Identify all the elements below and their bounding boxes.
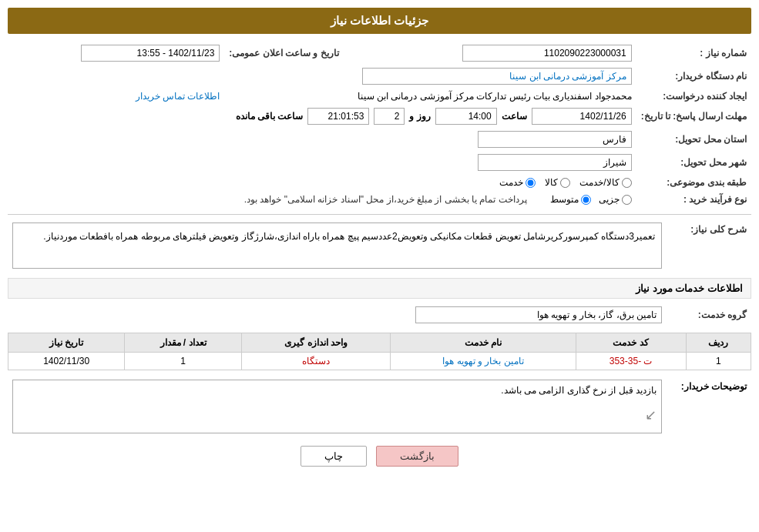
contact-link[interactable]: اطلاعات تماس خریدار	[136, 91, 220, 102]
remaining-value: 21:01:53	[307, 108, 369, 125]
description-label: شرح کلی نیاز:	[667, 219, 751, 272]
buyer-notes-table: توضیحات خریدار: بازدید قبل از نرخ گذاری …	[8, 376, 751, 437]
radio-goods-service[interactable]: کالا/خدمت	[579, 177, 631, 188]
process-note: پرداخت تمام یا بخشی از مبلغ خرید،از محل …	[244, 194, 527, 205]
cell-code: ت -35-353	[576, 353, 686, 370]
cell-qty: 1	[125, 353, 241, 370]
col-header: تعداد / مقدار	[125, 333, 241, 353]
announce-value: 1402/11/23 - 13:55	[8, 42, 224, 65]
radio-service-label: خدمت	[499, 177, 523, 188]
service-group-value: تامین برق، گاز، بخار و تهویه هوا	[415, 306, 662, 323]
radio-goods-service-label: کالا/خدمت	[579, 177, 619, 188]
process-partial[interactable]: جزیی	[599, 194, 632, 205]
creator-value: محمدجواد اسفندیاری بیات رئیس تدارکات مرک…	[358, 91, 632, 102]
print-button[interactable]: چاپ	[301, 446, 367, 467]
process-medium-label: متوسط	[550, 194, 579, 205]
announce-input: 1402/11/23 - 13:55	[81, 45, 220, 62]
col-header: نام خدمت	[391, 333, 576, 353]
time-value: 14:00	[435, 108, 497, 125]
radio-service[interactable]: خدمت	[499, 177, 536, 188]
col-header: تاریخ نیاز	[8, 333, 125, 353]
need-number-label: شماره نیاز :	[636, 42, 751, 65]
process-label: نوع فرآیند خرید :	[636, 191, 751, 208]
buyer-notes-label: توضیحات خریدار:	[667, 376, 751, 437]
need-number-input: 1102090223000031	[462, 45, 632, 62]
buyer-name-label: نام دستگاه خریدار:	[636, 65, 751, 88]
date-value: 1402/11/26	[532, 108, 632, 125]
info-table: شماره نیاز : 1102090223000031 تاریخ و سا…	[8, 42, 751, 208]
category-label: طبقه بندی موضوعی:	[636, 174, 751, 191]
need-number-value: 1102090223000031	[374, 42, 636, 65]
buttons-row: بازگشت چاپ	[8, 446, 751, 467]
remaining-label: ساعت باقی مانده	[236, 111, 304, 122]
time-label: ساعت	[502, 111, 527, 122]
radio-goods[interactable]: کالا	[545, 177, 570, 188]
radio-goods-label: کالا	[545, 177, 558, 188]
city-label: شهر محل تحویل:	[636, 151, 751, 174]
col-header: ردیف	[686, 333, 751, 353]
cell-date: 1402/11/30	[8, 353, 125, 370]
day-value: 2	[374, 108, 405, 125]
page-title: جزئیات اطلاعات نیاز	[8, 8, 751, 34]
description-table: شرح کلی نیاز: تعمیر3دستگاه کمپرسورکریرشا…	[8, 219, 751, 272]
buyer-name-value: مرکز آموزشی درمانی ابن سینا	[362, 68, 632, 85]
cell-unit: دستگاه	[241, 353, 391, 370]
service-group-table: گروه خدمت: تامین برق، گاز، بخار و تهویه …	[8, 303, 751, 326]
announce-label: تاریخ و ساعت اعلان عمومی:	[224, 42, 343, 65]
buyer-notes-value: بازدید قبل از نرخ گذاری الزامی می باشد. …	[12, 380, 662, 433]
process-partial-label: جزیی	[599, 194, 620, 205]
back-button[interactable]: بازگشت	[376, 446, 458, 467]
col-header: کد خدمت	[576, 333, 686, 353]
day-label: روز و	[409, 111, 430, 122]
cell-name: تامین بخار و تهویه هوا	[391, 353, 576, 370]
cell-row: 1	[686, 353, 751, 370]
description-value: تعمیر3دستگاه کمپرسورکریرشامل تعویض قطعات…	[12, 223, 662, 269]
creator-label: ایجاد کننده درخواست:	[636, 88, 751, 105]
city-value: شیراز	[478, 154, 632, 171]
col-header: واحد اندازه گیری	[241, 333, 391, 353]
deadline-label: مهلت ارسال پاسخ: تا تاریخ:	[636, 105, 751, 128]
service-table: ردیفکد خدمتنام خدمتواحد اندازه گیریتعداد…	[8, 333, 751, 370]
process-medium[interactable]: متوسط	[550, 194, 591, 205]
province-label: استان محل تحویل:	[636, 128, 751, 151]
province-value: فارس	[478, 131, 632, 148]
buyer-notes-text: بازدید قبل از نرخ گذاری الزامی می باشد.	[18, 385, 657, 396]
service-info-title: اطلاعات خدمات مورد نیاز	[8, 278, 751, 299]
service-group-label: گروه خدمت:	[667, 303, 751, 326]
table-row: 1 ت -35-353 تامین بخار و تهویه هوا دستگا…	[8, 353, 751, 370]
